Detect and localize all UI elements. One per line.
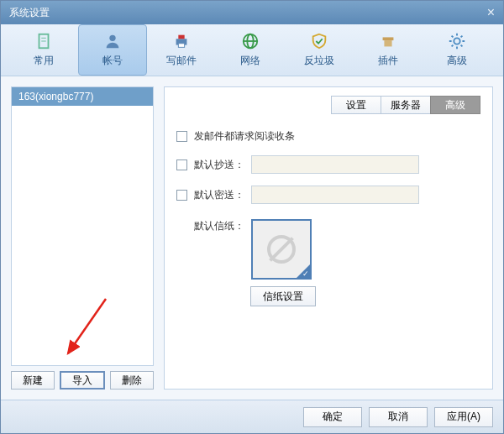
import-button[interactable]: 导入 bbox=[60, 371, 105, 390]
toolbar-label: 帐号 bbox=[102, 54, 123, 68]
svg-rect-10 bbox=[383, 37, 394, 40]
left-button-row: 新建 导入 删除 bbox=[11, 371, 154, 390]
toolbar-item-general[interactable]: 常用 bbox=[9, 24, 78, 76]
selected-check-icon bbox=[297, 264, 310, 278]
svg-point-12 bbox=[454, 38, 459, 44]
tab-server[interactable]: 服务器 bbox=[381, 96, 431, 114]
plugin-icon bbox=[379, 32, 397, 50]
default-bcc-checkbox[interactable] bbox=[176, 190, 187, 201]
tab-advanced[interactable]: 高级 bbox=[430, 96, 480, 114]
toolbar-label: 网络 bbox=[240, 54, 260, 68]
row-default-bcc: 默认密送： bbox=[176, 186, 480, 204]
toolbar-item-antispam[interactable]: 反垃圾 bbox=[285, 24, 354, 76]
close-icon[interactable]: × bbox=[487, 5, 495, 20]
system-settings-window: 系统设置 × 常用 帐号 写邮件 网络 反垃圾 插件 高级 bbox=[0, 0, 504, 434]
right-panel: 设置 服务器 高级 发邮件都请求阅读收条 默认抄送： 默认密送： 默认信纸： bbox=[164, 86, 493, 390]
stationery-settings-button[interactable]: 信纸设置 bbox=[250, 286, 316, 306]
default-bcc-input[interactable] bbox=[251, 186, 419, 204]
toolbar: 常用 帐号 写邮件 网络 反垃圾 插件 高级 bbox=[1, 24, 503, 76]
toolbar-label: 反垃圾 bbox=[304, 54, 334, 68]
new-button[interactable]: 新建 bbox=[11, 371, 55, 390]
apply-button[interactable]: 应用(A) bbox=[434, 407, 493, 427]
tab-settings[interactable]: 设置 bbox=[331, 96, 381, 114]
stationery-preview[interactable] bbox=[251, 219, 312, 280]
tab-bar: 设置 服务器 高级 bbox=[176, 96, 480, 114]
svg-rect-5 bbox=[178, 35, 184, 39]
default-cc-input[interactable] bbox=[251, 155, 419, 174]
row-stationery: 默认信纸： bbox=[176, 219, 480, 280]
footer: 确定 取消 应用(A) bbox=[1, 400, 503, 433]
globe-icon bbox=[241, 32, 260, 50]
left-panel: 163(xiongbc777) 新建 导入 删除 bbox=[11, 86, 154, 390]
toolbar-label: 写邮件 bbox=[166, 54, 197, 68]
toolbar-label: 常用 bbox=[34, 54, 54, 68]
account-list[interactable]: 163(xiongbc777) bbox=[11, 86, 154, 366]
stationery-label: 默认信纸： bbox=[194, 219, 244, 233]
stationery-btn-row: 信纸设置 bbox=[234, 286, 480, 306]
toolbar-item-advanced[interactable]: 高级 bbox=[423, 24, 491, 76]
default-cc-label: 默认抄送： bbox=[194, 158, 244, 172]
file-icon bbox=[34, 32, 53, 50]
row-read-receipt: 发邮件都请求阅读收条 bbox=[176, 129, 480, 144]
none-icon bbox=[267, 235, 296, 264]
window-title: 系统设置 bbox=[9, 6, 50, 20]
toolbar-label: 高级 bbox=[447, 54, 467, 68]
delete-button[interactable]: 删除 bbox=[110, 371, 154, 390]
toolbar-item-network[interactable]: 网络 bbox=[216, 24, 285, 76]
cancel-button[interactable]: 取消 bbox=[369, 407, 428, 427]
toolbar-item-account[interactable]: 帐号 bbox=[78, 24, 147, 76]
titlebar: 系统设置 × bbox=[1, 1, 503, 24]
account-item[interactable]: 163(xiongbc777) bbox=[12, 87, 153, 106]
user-icon bbox=[103, 32, 122, 50]
toolbar-label: 插件 bbox=[378, 54, 398, 68]
ok-button[interactable]: 确定 bbox=[303, 407, 362, 427]
svg-rect-11 bbox=[384, 40, 391, 46]
toolbar-item-compose[interactable]: 写邮件 bbox=[147, 24, 216, 76]
content-area: 163(xiongbc777) 新建 导入 删除 设置 服务器 高级 发邮件都请… bbox=[1, 76, 503, 400]
row-default-cc: 默认抄送： bbox=[176, 155, 480, 174]
default-cc-checkbox[interactable] bbox=[176, 159, 187, 170]
read-receipt-checkbox[interactable] bbox=[176, 131, 187, 142]
svg-rect-6 bbox=[178, 44, 184, 48]
svg-point-3 bbox=[109, 35, 115, 41]
read-receipt-label: 发邮件都请求阅读收条 bbox=[194, 129, 295, 144]
printer-icon bbox=[172, 32, 191, 50]
default-bcc-label: 默认密送： bbox=[194, 188, 244, 202]
shield-icon bbox=[310, 32, 328, 50]
gear-icon bbox=[448, 32, 466, 50]
toolbar-item-plugin[interactable]: 插件 bbox=[354, 24, 423, 76]
